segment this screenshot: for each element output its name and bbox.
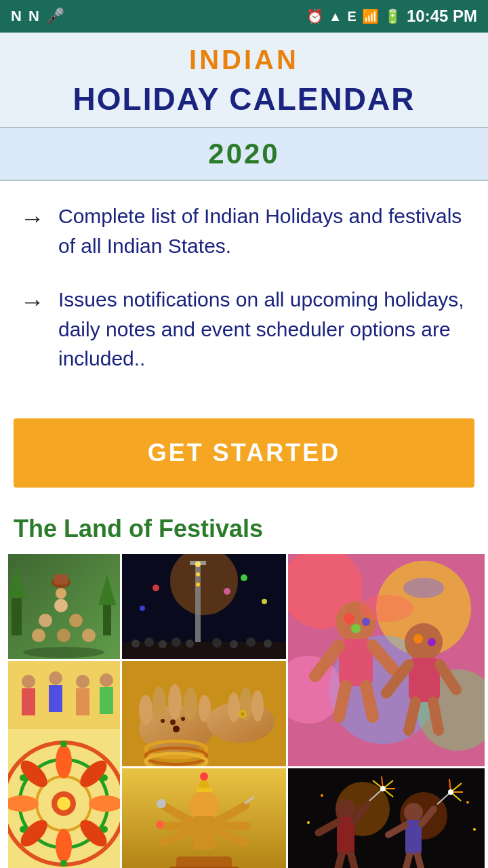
svg-point-26 (159, 640, 167, 648)
svg-point-162 (473, 828, 476, 831)
svg-point-5 (82, 629, 96, 642)
svg-point-87 (60, 741, 67, 747)
svg-point-110 (251, 690, 264, 722)
svg-point-158 (448, 789, 453, 795)
network-type-icon: E (348, 9, 357, 24)
svg-point-108 (228, 692, 240, 722)
svg-point-29 (212, 638, 222, 648)
svg-point-78 (57, 797, 70, 810)
feature-item-1: → Complete list of Indian Holidays and f… (20, 201, 468, 260)
svg-point-91 (20, 826, 26, 833)
svg-point-28 (186, 639, 194, 648)
svg-point-25 (144, 637, 154, 647)
mic-off-icon: 🎤 (46, 7, 64, 25)
svg-point-34 (241, 574, 247, 581)
network-icon-1: N (11, 7, 22, 25)
svg-point-24 (131, 639, 140, 648)
svg-point-7 (69, 614, 83, 627)
svg-line-58 (433, 702, 439, 730)
feature-text-2: Issues notifications on all upcoming hol… (58, 285, 468, 374)
svg-rect-72 (100, 687, 113, 714)
svg-rect-11 (54, 574, 68, 585)
svg-point-95 (139, 695, 152, 725)
svg-point-83 (56, 829, 72, 863)
network-icon-2: N (28, 7, 39, 25)
signal-icon: 📶 (362, 8, 379, 24)
svg-point-36 (262, 599, 267, 604)
svg-line-57 (409, 702, 415, 730)
svg-point-8 (54, 599, 68, 612)
svg-line-48 (339, 686, 346, 717)
svg-point-103 (170, 719, 176, 725)
svg-point-21 (196, 572, 200, 576)
festival-photo-holi (288, 554, 485, 766)
svg-rect-70 (76, 688, 89, 715)
festival-section-title: The Land of Festivals (0, 508, 488, 554)
svg-point-37 (224, 588, 230, 595)
svg-rect-66 (22, 688, 35, 715)
svg-point-127 (156, 821, 164, 829)
svg-point-50 (344, 613, 354, 624)
app-title-indian: INDIAN (0, 33, 488, 81)
svg-point-89 (101, 826, 108, 833)
svg-point-31 (246, 637, 256, 647)
feature-text-1: Complete list of Indian Holidays and fes… (58, 201, 468, 260)
status-time: 10:45 PM (407, 7, 477, 26)
svg-point-79 (56, 745, 72, 778)
arrow-icon-2: → (20, 288, 45, 316)
wifi-icon: ▲ (329, 9, 342, 24)
svg-rect-68 (49, 685, 62, 712)
svg-point-147 (404, 803, 423, 822)
svg-point-61 (359, 595, 413, 622)
svg-point-98 (184, 688, 197, 720)
svg-point-161 (466, 801, 469, 804)
features-section: → Complete list of Indian Holidays and f… (0, 181, 488, 412)
svg-point-62 (403, 578, 444, 598)
svg-point-97 (168, 684, 182, 719)
svg-line-49 (366, 686, 373, 717)
svg-point-53 (405, 623, 443, 661)
app-title-holiday-calendar: HOLIDAY CALENDAR (0, 81, 488, 127)
svg-rect-14 (103, 601, 111, 635)
svg-point-88 (101, 774, 108, 781)
festival-photo-grid (8, 554, 480, 869)
svg-point-3 (32, 629, 45, 642)
svg-point-52 (351, 624, 361, 633)
svg-point-22 (196, 583, 200, 587)
svg-point-27 (171, 637, 181, 647)
svg-rect-129 (176, 856, 232, 869)
svg-point-126 (157, 799, 166, 808)
svg-point-9 (56, 588, 66, 599)
svg-point-96 (152, 686, 166, 720)
svg-point-160 (307, 821, 310, 824)
svg-point-112 (241, 712, 245, 716)
svg-point-134 (336, 799, 356, 819)
svg-point-90 (60, 860, 67, 867)
svg-point-65 (22, 675, 35, 688)
festival-photo-diwali (288, 768, 485, 869)
svg-line-138 (337, 854, 342, 869)
svg-line-139 (351, 854, 356, 869)
svg-point-146 (380, 786, 386, 791)
svg-point-30 (230, 640, 238, 648)
app-title-year: 2020 (0, 128, 488, 180)
svg-point-2 (23, 647, 104, 658)
svg-point-4 (57, 629, 70, 642)
festival-photo-durga (122, 768, 286, 869)
svg-point-60 (428, 638, 436, 646)
festival-photo-kite-festival (122, 554, 286, 659)
svg-point-59 (413, 634, 423, 644)
status-left-icons: N N 🎤 (11, 7, 64, 25)
svg-point-69 (76, 675, 89, 688)
svg-point-106 (173, 726, 180, 732)
svg-point-104 (181, 717, 185, 721)
festival-photo-dahi-handi (8, 554, 120, 659)
svg-point-67 (49, 671, 62, 685)
get-started-button[interactable]: GET STARTED (14, 418, 474, 488)
festival-photo-mehendi (122, 661, 286, 766)
status-bar: N N 🎤 ⏰ ▲ E 📶 🔋 10:45 PM (0, 0, 488, 33)
svg-point-51 (362, 618, 370, 626)
alarm-icon: ⏰ (306, 8, 323, 24)
svg-point-32 (264, 639, 272, 648)
svg-point-92 (20, 774, 26, 781)
